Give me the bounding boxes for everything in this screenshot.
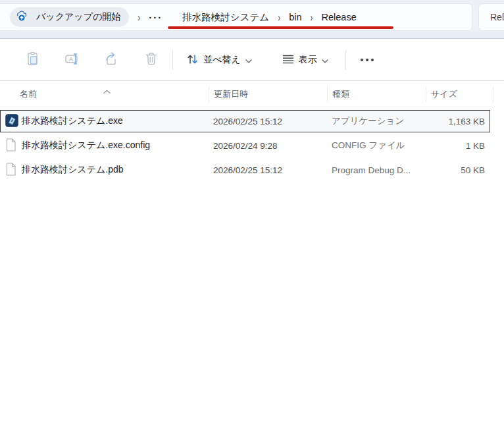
search-input[interactable]: Rel: [478, 3, 504, 31]
share-button[interactable]: [92, 46, 132, 74]
paste-button[interactable]: [13, 46, 53, 74]
breadcrumb-chevron-icon: ›: [138, 11, 140, 24]
column-header-type[interactable]: 種類: [328, 86, 426, 102]
toolbar-divider: [345, 50, 346, 70]
view-label: 表示: [299, 54, 317, 66]
delete-button[interactable]: [132, 46, 171, 74]
file-type: CONFIG ファイル: [328, 140, 426, 151]
column-label-size: サイズ: [431, 88, 457, 100]
more-icon: [361, 59, 374, 61]
chevron-down-icon: [245, 55, 252, 65]
column-label-date: 更新日時: [214, 88, 248, 100]
toolbar-divider: [172, 50, 173, 70]
file-name: 排水路検討システム.pdb: [20, 164, 209, 176]
file-type: Program Debug D...: [328, 165, 426, 175]
onedrive-backup-button[interactable]: バックアップの開始: [10, 7, 129, 27]
column-header-row: 名前 更新日時 種類 サイズ: [0, 82, 504, 107]
rename-button[interactable]: A: [53, 46, 92, 74]
onedrive-cloud-sync-icon: [16, 11, 31, 24]
paste-icon: [26, 51, 40, 68]
breadcrumb-item-release[interactable]: Release: [322, 12, 357, 22]
sort-ascending-icon: [103, 86, 111, 96]
file-date-modified: 2026/02/25 15:12: [209, 117, 328, 126]
application-icon: [5, 114, 18, 129]
breadcrumb-chevron-icon: ›: [311, 11, 313, 24]
breadcrumb-overflow-button[interactable]: ···: [149, 12, 163, 23]
command-toolbar: A 並べ替え: [0, 40, 504, 81]
view-list-icon: [282, 54, 294, 67]
file-date-modified: 2026/02/24 9:28: [209, 141, 328, 151]
table-row[interactable]: 排水路検討システム.exe.config 2026/02/24 9:28 CON…: [0, 134, 490, 157]
file-list: 排水路検討システム.exe 2026/02/25 15:12 アプリケーション …: [0, 109, 504, 183]
file-type: アプリケーション: [328, 115, 426, 127]
column-label-name: 名前: [20, 88, 37, 100]
window-edge-strip: [0, 32, 504, 39]
sort-arrows-icon: [186, 53, 199, 67]
breadcrumb-chevron-icon: ›: [278, 11, 280, 24]
column-header-date[interactable]: 更新日時: [209, 86, 328, 102]
view-button[interactable]: 表示: [272, 46, 339, 74]
breadcrumb-item-bin[interactable]: bin: [289, 12, 301, 22]
table-row[interactable]: 排水路検討システム.exe 2026/02/25 15:12 アプリケーション …: [0, 110, 490, 132]
file-size: 1,163 KB: [426, 117, 485, 126]
file-size: 50 KB: [426, 165, 485, 175]
rename-icon: A: [64, 51, 80, 68]
file-size: 1 KB: [426, 141, 485, 151]
more-options-button[interactable]: [347, 46, 387, 74]
search-text: Rel: [490, 12, 504, 22]
sort-button[interactable]: 並べ替え: [176, 46, 263, 74]
column-label-type: 種類: [332, 88, 349, 100]
file-name: 排水路検討システム.exe.config: [20, 140, 209, 151]
generic-file-icon: [5, 163, 16, 178]
table-row[interactable]: 排水路検討システム.pdb 2026/02/25 15:12 Program D…: [0, 159, 490, 181]
column-header-size[interactable]: サイズ: [426, 86, 493, 102]
column-header-name[interactable]: 名前: [0, 86, 209, 102]
share-icon: [104, 51, 120, 68]
svg-text:A: A: [69, 56, 73, 63]
file-name: 排水路検討システム.exe: [20, 115, 209, 127]
breadcrumb-item-system-folder[interactable]: 排水路検討システム: [182, 11, 269, 24]
chevron-down-icon: [322, 55, 328, 65]
file-date-modified: 2026/02/25 15:12: [209, 165, 328, 175]
delete-icon: [144, 51, 159, 68]
sort-label: 並べ替え: [203, 54, 241, 66]
titlebar-area: バックアップの開始 › ··· › 排水路検討システム › bin › Rele…: [0, 0, 504, 32]
red-underline-annotation: [168, 26, 393, 29]
backup-button-label: バックアップの開始: [36, 11, 120, 23]
generic-file-icon: [5, 138, 16, 153]
